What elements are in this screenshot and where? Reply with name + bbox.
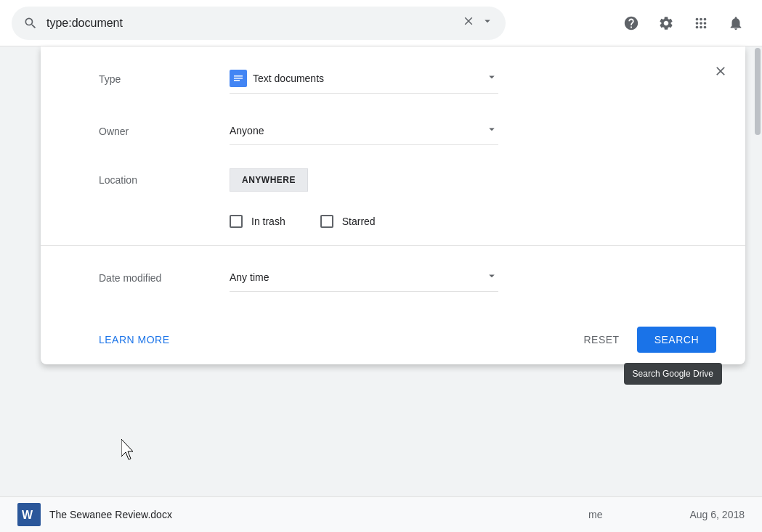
owner-dropdown-arrow xyxy=(485,123,498,139)
file-name: The Sewanee Review.docx xyxy=(49,509,588,520)
search-container xyxy=(12,7,506,40)
search-dropdown-icon[interactable] xyxy=(481,15,494,31)
owner-label: Owner xyxy=(99,126,230,137)
date-modified-value: Any time xyxy=(230,271,485,283)
scrollbar[interactable] xyxy=(753,46,762,532)
starred-checkbox-box[interactable] xyxy=(320,215,333,228)
svg-text:W: W xyxy=(22,509,33,521)
action-row: LEARN MORE RESET SEARCH Search Google Dr… xyxy=(41,315,745,364)
search-button[interactable]: SEARCH xyxy=(637,327,716,353)
panel-content: Type Text documents Owner xyxy=(41,46,745,228)
cursor xyxy=(121,439,139,465)
top-bar xyxy=(0,0,762,46)
owner-value: Anyone xyxy=(230,125,485,136)
owner-row: Owner Anyone xyxy=(99,117,716,145)
starred-checkbox[interactable]: Starred xyxy=(320,215,376,228)
starred-label: Starred xyxy=(342,216,376,227)
file-date: Aug 6, 2018 xyxy=(689,509,745,520)
type-value: Text documents xyxy=(253,73,485,84)
owner-dropdown[interactable]: Anyone xyxy=(230,117,498,145)
location-label: Location xyxy=(99,174,230,186)
bottom-section: Date modified Any time xyxy=(41,263,745,292)
date-modified-dropdown-arrow xyxy=(485,269,498,285)
in-trash-label: In trash xyxy=(251,216,285,227)
top-bar-icons xyxy=(617,9,750,38)
date-modified-label: Date modified xyxy=(99,272,230,284)
type-dropdown-arrow xyxy=(485,70,498,86)
search-input[interactable] xyxy=(46,17,462,30)
help-icon[interactable] xyxy=(617,9,646,38)
svg-rect-2 xyxy=(234,78,243,79)
location-row: Location ANYWHERE xyxy=(99,168,716,192)
close-button[interactable] xyxy=(708,58,734,84)
checkbox-row: In trash Starred xyxy=(230,215,716,228)
action-buttons: RESET SEARCH Search Google Drive xyxy=(572,327,716,353)
date-modified-dropdown[interactable]: Any time xyxy=(230,263,498,292)
clear-search-icon[interactable] xyxy=(462,15,475,31)
type-dropdown[interactable]: Text documents xyxy=(230,64,498,94)
search-tooltip: Search Google Drive xyxy=(624,363,722,385)
apps-icon[interactable] xyxy=(686,9,716,38)
divider xyxy=(41,245,745,246)
search-icon xyxy=(23,16,38,30)
file-row: W The Sewanee Review.docx me Aug 6, 2018 xyxy=(0,496,762,532)
search-filter-panel: Type Text documents Owner xyxy=(41,46,745,364)
type-label: Type xyxy=(99,73,230,85)
learn-more-link[interactable]: LEARN MORE xyxy=(99,334,170,345)
date-modified-row: Date modified Any time xyxy=(99,263,716,292)
file-owner: me xyxy=(588,509,602,520)
type-row: Type Text documents xyxy=(99,64,716,94)
in-trash-checkbox[interactable]: In trash xyxy=(230,215,285,228)
settings-icon[interactable] xyxy=(652,9,681,38)
notification-icon[interactable] xyxy=(721,9,750,38)
svg-rect-3 xyxy=(234,80,240,81)
word-icon: W xyxy=(17,503,41,526)
svg-rect-1 xyxy=(234,75,243,77)
location-buttons: ANYWHERE xyxy=(230,168,308,192)
scrollbar-thumb[interactable] xyxy=(755,48,761,135)
reset-button[interactable]: RESET xyxy=(572,334,631,345)
docs-icon xyxy=(230,70,247,87)
in-trash-checkbox-box[interactable] xyxy=(230,215,243,228)
anywhere-button[interactable]: ANYWHERE xyxy=(230,168,308,192)
